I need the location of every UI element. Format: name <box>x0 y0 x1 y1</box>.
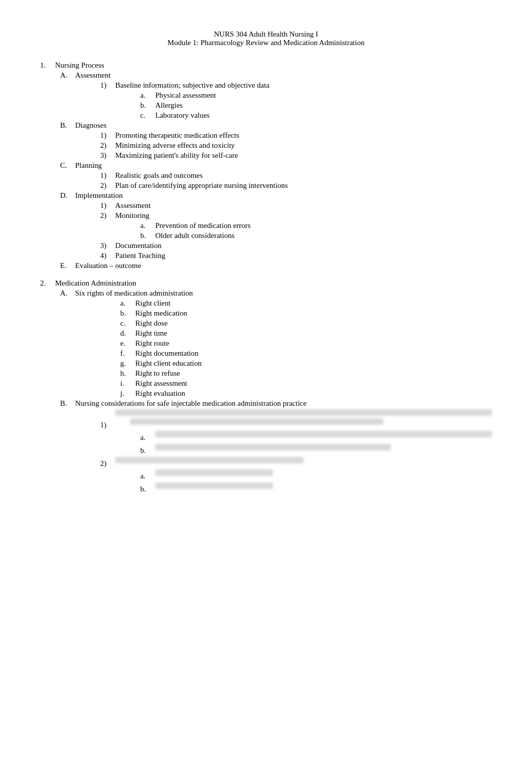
item-D4-text: Patient Teaching <box>115 251 492 260</box>
right-e-text: Right route <box>135 339 492 348</box>
item-A1-text: Baseline information; subjective and obj… <box>115 81 492 90</box>
blurred-subitems: a. b. <box>140 431 492 455</box>
subsection-A-items: 1) Baseline information; subjective and … <box>100 81 492 120</box>
subsection-C-title: Planning <box>75 161 492 170</box>
blurred-item-1-label: 1) <box>100 421 115 429</box>
subsection-D-items: 1) Assessment 2) Monitoring a. Preventio… <box>100 201 492 260</box>
item-D1-label: 1) <box>100 201 115 210</box>
blurred-sub-2b: b. <box>140 482 492 493</box>
right-j: j. Right evaluation <box>120 389 492 398</box>
blurred-sub-b: b. <box>140 444 492 455</box>
subsection-2B-label: B. <box>60 399 75 408</box>
right-i-letter: i. <box>120 379 135 388</box>
subsection-2A-title: Six rights of medication administration <box>75 289 492 298</box>
right-b: b. Right medication <box>120 309 492 318</box>
right-a: a. Right client <box>120 299 492 308</box>
item-C2-text: Plan of care/identifying appropriate nur… <box>115 181 492 190</box>
right-f-text: Right documentation <box>135 349 492 358</box>
right-d-text: Right time <box>135 329 492 338</box>
subsection-B-title: Diagnoses <box>75 121 492 130</box>
subsection-B-items: 1) Promoting therapeutic medication effe… <box>100 131 492 160</box>
blurred-subitems-2: a. b. <box>140 469 492 493</box>
right-d-letter: d. <box>120 329 135 338</box>
item-C1-label: 1) <box>100 171 115 180</box>
right-a-letter: a. <box>120 299 135 308</box>
item-C1: 1) Realistic goals and outcomes <box>100 171 492 180</box>
item-D2a: a. Prevention of medication errors <box>140 221 492 230</box>
subsection-2A: A. Six rights of medication administrati… <box>60 289 492 398</box>
item-A1b: b. Allergies <box>140 101 492 110</box>
item-A1b-text: Allergies <box>155 101 492 110</box>
right-c: c. Right dose <box>120 319 492 328</box>
page-header: NURS 304 Adult Health Nursing I Module 1… <box>40 30 492 47</box>
blurred-item-1: 1) <box>100 409 492 429</box>
subsection-E-label: E. <box>60 262 75 270</box>
item-B3: 3) Maximizing patient's ability for self… <box>100 151 492 160</box>
subsection-B-header: B. Diagnoses <box>60 121 492 130</box>
document-content: 1. Nursing Process A. Assessment 1) Base… <box>40 61 492 493</box>
subsection-C-label: C. <box>60 161 75 170</box>
item-D4: 4) Patient Teaching <box>100 251 492 260</box>
item-D2-text: Monitoring <box>115 211 492 220</box>
right-f: f. Right documentation <box>120 349 492 358</box>
right-e-letter: e. <box>120 339 135 348</box>
right-b-text: Right medication <box>135 309 492 318</box>
subsection-A-title: Assessment <box>75 71 492 80</box>
subsection-C: C. Planning 1) Realistic goals and outco… <box>60 161 492 190</box>
item-C2: 2) Plan of care/identifying appropriate … <box>100 181 492 190</box>
rights-list: a. Right client b. Right medication c. R… <box>120 299 492 398</box>
right-f-letter: f. <box>120 349 135 358</box>
right-g-letter: g. <box>120 359 135 368</box>
right-j-letter: j. <box>120 389 135 398</box>
item-D3-text: Documentation <box>115 241 492 250</box>
subsection-2A-label: A. <box>60 289 75 298</box>
item-B1-label: 1) <box>100 131 115 140</box>
subsection-A-label: A. <box>60 71 75 80</box>
item-C2-label: 2) <box>100 181 115 190</box>
subsection-D-title: Implementation <box>75 191 492 200</box>
item-C1-text: Realistic goals and outcomes <box>115 171 492 180</box>
item-B3-label: 3) <box>100 151 115 160</box>
blurred-sub-2a: a. <box>140 469 492 480</box>
right-a-text: Right client <box>135 299 492 308</box>
item-D2-label: 2) <box>100 211 115 220</box>
item-B3-text: Maximizing patient's ability for self-ca… <box>115 151 492 160</box>
right-g: g. Right client education <box>120 359 492 368</box>
right-d: d. Right time <box>120 329 492 338</box>
right-c-letter: c. <box>120 319 135 328</box>
item-D1: 1) Assessment <box>100 201 492 210</box>
subsection-D-header: D. Implementation <box>60 191 492 200</box>
item-B2: 2) Minimizing adverse effects and toxici… <box>100 141 492 150</box>
subsection-C-header: C. Planning <box>60 161 492 170</box>
item-A1: 1) Baseline information; subjective and … <box>100 81 492 90</box>
item-A1a: a. Physical assessment <box>140 91 492 100</box>
section-2: 2. Medication Administration A. Six righ… <box>40 279 492 493</box>
right-j-text: Right evaluation <box>135 389 492 398</box>
right-e: e. Right route <box>120 339 492 348</box>
subsection-E: E. Evaluation – outcome <box>60 262 492 270</box>
item-D2a-label: a. <box>140 221 155 230</box>
subsection-B: B. Diagnoses 1) Promoting therapeutic me… <box>60 121 492 160</box>
item-B2-label: 2) <box>100 141 115 150</box>
item-A1b-label: b. <box>140 101 155 110</box>
item-B1-text: Promoting therapeutic medication effects <box>115 131 492 140</box>
item-D2a-text: Prevention of medication errors <box>155 221 492 230</box>
item-A1c-label: c. <box>140 111 155 120</box>
right-h-letter: h. <box>120 369 135 378</box>
right-c-text: Right dose <box>135 319 492 328</box>
subsection-2A-header: A. Six rights of medication administrati… <box>60 289 492 298</box>
item-A1a-text: Physical assessment <box>155 91 492 100</box>
item-A1-subitems: a. Physical assessment b. Allergies c. L… <box>140 91 492 120</box>
subsection-B-label: B. <box>60 121 75 130</box>
item-B2-text: Minimizing adverse effects and toxicity <box>115 141 492 150</box>
section-1-label: 1. <box>40 61 55 70</box>
subsection-2B-title: Nursing considerations for safe injectab… <box>75 399 492 408</box>
header-line2: Module 1: Pharmacology Review and Medica… <box>40 39 492 47</box>
subsection-2B: B. Nursing considerations for safe injec… <box>60 399 492 493</box>
section-1-header: 1. Nursing Process <box>40 61 492 70</box>
item-A1c-text: Laboratory values <box>155 111 492 120</box>
right-g-text: Right client education <box>135 359 492 368</box>
header-line1: NURS 304 Adult Health Nursing I <box>40 30 492 39</box>
item-A1c: c. Laboratory values <box>140 111 492 120</box>
subsection-D-label: D. <box>60 191 75 200</box>
